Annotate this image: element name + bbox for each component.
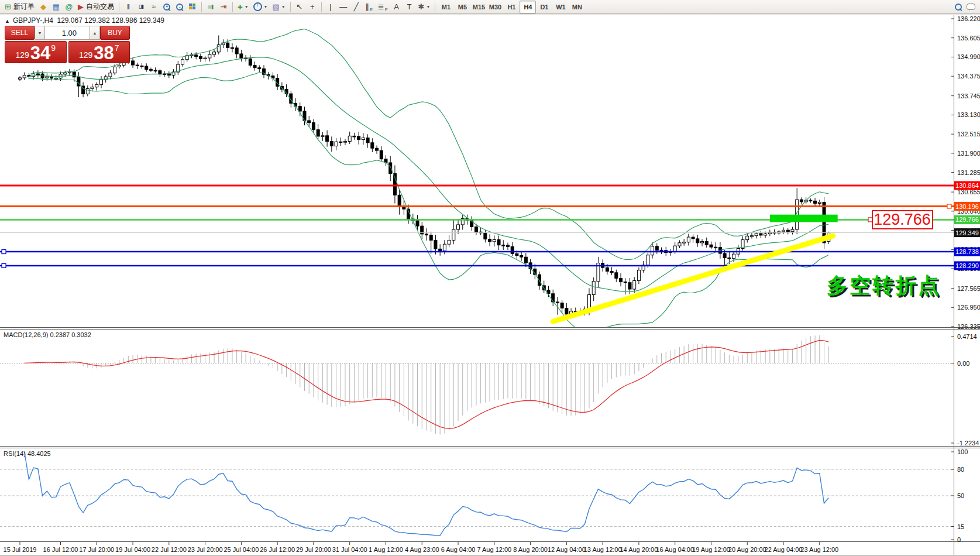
cursor-button[interactable]: ↖	[294, 1, 305, 13]
timeframe-mn-button[interactable]: MN	[569, 1, 585, 13]
timeframe-h4-button[interactable]: H4	[520, 1, 536, 13]
hline-handle[interactable]	[2, 263, 6, 267]
channel-button[interactable]: ∥E	[363, 1, 375, 13]
crosshair-button[interactable]: +	[307, 1, 318, 13]
candle-body	[258, 68, 261, 69]
trendline-button[interactable]: ╱	[350, 1, 362, 13]
arrows-dropdown-caret[interactable]: ▼	[426, 5, 430, 9]
arrows-button[interactable]: ✱▼	[417, 1, 432, 13]
time-axis-label: 19 Aug 12:00	[692, 546, 730, 553]
bar-chart-icon: |||	[127, 4, 129, 9]
candle-body	[814, 201, 817, 203]
bar-chart-button[interactable]: |||	[122, 1, 134, 13]
candle-body	[23, 75, 26, 78]
new-order-button[interactable]: ⊞新订单	[3, 1, 36, 13]
fibonacci-button[interactable]: ≣F	[376, 1, 390, 13]
buy-price-display[interactable]: 129 38 7	[68, 41, 130, 63]
chat-button[interactable]	[965, 1, 977, 13]
candle-body	[118, 65, 121, 67]
price-badge-text: 128.290	[955, 262, 979, 269]
text-label-button[interactable]: T	[404, 1, 415, 13]
mql5-community-button[interactable]: @	[63, 1, 75, 13]
candle-body	[64, 73, 67, 74]
text-label-icon: T	[407, 3, 412, 11]
search-button[interactable]	[952, 1, 964, 13]
highlight-rectangle-object[interactable]	[770, 215, 838, 222]
candle-body	[50, 77, 53, 78]
candle-body	[181, 60, 184, 64]
price-axis-label: 132.515	[957, 131, 980, 138]
auto-trading-button[interactable]: ▶自动交易	[76, 1, 116, 13]
collapse-panel-icon[interactable]: ▲	[5, 18, 10, 24]
candle-body	[818, 203, 821, 204]
chart-shift-button[interactable]: ⇥	[218, 1, 229, 13]
candle-body	[759, 234, 762, 235]
volume-input[interactable]: 1.00	[45, 26, 90, 40]
candle-body	[312, 123, 315, 130]
candle-body	[99, 80, 102, 85]
auto-scroll-button[interactable]: ⇉	[205, 1, 216, 13]
candle-body	[515, 253, 518, 255]
candle-body	[326, 136, 329, 142]
candle-body	[321, 136, 324, 137]
sell-price-display[interactable]: 129 34 9	[5, 41, 67, 63]
time-axis-label: 6 Aug 04:00	[441, 546, 476, 553]
periods-dropdown-caret[interactable]: ▼	[264, 5, 268, 9]
channel-sub-glyph: E	[370, 8, 373, 12]
candle-body	[389, 163, 392, 174]
candle-body	[511, 246, 514, 253]
timeframe-m15-button[interactable]: M15	[470, 1, 487, 13]
price-axis-label: 126.335	[957, 323, 980, 330]
price-badge-text: 128.738	[955, 248, 979, 255]
candle-body	[249, 59, 252, 65]
candle-body	[68, 72, 71, 73]
vertical-line-button[interactable]: |	[325, 1, 336, 13]
timeframe-h1-button[interactable]: H1	[503, 1, 520, 13]
chart-canvas[interactable]: 129.766多空转折点多空转折点136.220135.605134.99013…	[0, 0, 980, 556]
time-axis-label: 23 Jul 20:00	[188, 546, 223, 553]
candle-body	[235, 48, 238, 54]
sell-button[interactable]: SELL	[5, 26, 35, 40]
buy-button[interactable]: BUY	[100, 26, 130, 40]
zoom-out-button[interactable]: -	[174, 1, 185, 13]
indicators-button[interactable]: +▼	[236, 1, 250, 13]
market-watch-button[interactable]: ▦	[50, 1, 62, 13]
indicators-dropdown-caret[interactable]: ▼	[245, 5, 249, 9]
candle-body	[493, 240, 496, 242]
toolbar-right-group	[951, 1, 978, 13]
sell-price-sup: 9	[51, 43, 56, 53]
candle-body	[502, 245, 505, 246]
timeframe-m1-button[interactable]: M1	[438, 1, 454, 13]
candle-body	[791, 229, 794, 232]
templates-dropdown-caret[interactable]: ▼	[281, 5, 286, 9]
hline-handle[interactable]	[2, 250, 6, 254]
hline-handle[interactable]	[868, 218, 872, 222]
templates-button[interactable]: ▧▼	[271, 1, 287, 13]
cn-annotation-text[interactable]: 多空转折点	[827, 273, 941, 297]
candle-body	[497, 240, 500, 245]
timeframe-m30-button[interactable]: M30	[487, 1, 503, 13]
zoom-in-button[interactable]: +	[161, 1, 173, 13]
horizontal-line-button[interactable]: —	[338, 1, 349, 13]
sell-price-big: 34	[30, 46, 50, 61]
candle-body	[339, 142, 342, 143]
candle-body	[696, 239, 699, 243]
volume-increase-button[interactable]: ▲	[90, 26, 100, 40]
timeframe-d1-button[interactable]: D1	[536, 1, 552, 13]
timeframe-w1-button[interactable]: W1	[552, 1, 569, 13]
hline-handle[interactable]	[947, 204, 951, 208]
line-chart-button[interactable]: ≈	[148, 1, 160, 13]
candle-body	[253, 66, 256, 68]
text-button[interactable]: A	[391, 1, 403, 13]
metaeditor-button[interactable]: ◆	[37, 1, 49, 13]
periods-button[interactable]: ▼	[252, 1, 270, 13]
candle-body	[366, 138, 369, 143]
tile-windows-button[interactable]	[187, 1, 198, 13]
candlestick-chart-button[interactable]: ▯▮	[135, 1, 147, 13]
candle-body	[800, 200, 803, 202]
volume-decrease-button[interactable]: ▼	[35, 26, 45, 40]
timeframe-m5-button[interactable]: M5	[454, 1, 470, 13]
time-axis-label: 7 Aug 12:00	[477, 546, 511, 553]
arrows-icon: ✱	[418, 3, 425, 11]
candle-body	[36, 74, 39, 75]
